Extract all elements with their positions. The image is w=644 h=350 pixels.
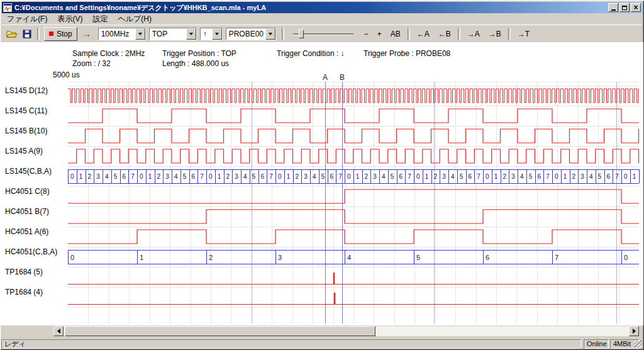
svg-text:3: 3 (373, 173, 377, 180)
chevron-down-icon[interactable] (265, 28, 275, 40)
svg-text:1: 1 (356, 173, 360, 180)
stop-button-label: Stop (57, 30, 72, 38)
svg-text:0: 0 (624, 254, 628, 261)
svg-text:7: 7 (269, 173, 273, 180)
prev-a-button[interactable]: ←A (413, 28, 434, 40)
svg-text:2: 2 (296, 173, 299, 180)
next-trigger-button[interactable]: →T (513, 28, 534, 40)
svg-text:3: 3 (165, 173, 169, 180)
channel-label-5: HC4051 C(8) (5, 186, 50, 196)
channel-label-9: TP1684 (5) (5, 267, 43, 277)
svg-text:5: 5 (321, 173, 325, 180)
stop-button[interactable]: Stop (44, 27, 77, 41)
svg-text:0: 0 (624, 173, 628, 180)
chevron-down-icon[interactable] (135, 28, 145, 40)
trigger-condition-info: Trigger Condition : ↓ (277, 49, 345, 58)
svg-text:7: 7 (477, 173, 480, 180)
close-icon: × (633, 4, 638, 11)
menu-item-view[interactable]: 表示(V) (52, 13, 87, 26)
svg-text:0: 0 (70, 254, 74, 261)
svg-text:4: 4 (174, 173, 178, 180)
svg-text:6: 6 (607, 173, 611, 180)
toolbar-separator (282, 28, 284, 40)
scrollbar-thumb[interactable] (65, 326, 375, 336)
waveform-canvas[interactable]: AB01234567012345670123456701234567012345… (0, 74, 644, 325)
channel-label-0: LS145 D(12) (5, 86, 48, 96)
combo-sample-clock[interactable]: 100MHz (98, 28, 146, 40)
horizontal-scrollbar[interactable] (53, 326, 639, 336)
svg-text:0: 0 (209, 173, 213, 180)
svg-text:2: 2 (88, 173, 92, 180)
svg-text:7: 7 (546, 173, 550, 180)
zoom-out-button[interactable]: − (360, 28, 373, 40)
minimize-button[interactable] (608, 3, 618, 12)
svg-text:A: A (323, 74, 328, 82)
svg-text:1: 1 (633, 173, 636, 180)
next-b-button[interactable]: →B (484, 28, 506, 40)
svg-text:3: 3 (442, 173, 446, 180)
scroll-left-button[interactable] (53, 326, 64, 336)
menu-item-help[interactable]: ヘルプ(H) (113, 13, 157, 26)
menu-bar: ファイル(F)表示(V)設定ヘルプ(H) (2, 13, 642, 25)
close-button[interactable]: × (631, 3, 641, 12)
chevron-down-icon[interactable] (186, 28, 196, 40)
prev-b-button[interactable]: ←B (434, 28, 455, 40)
ab-span-button[interactable]: AB (386, 28, 405, 40)
svg-text:6: 6 (192, 173, 196, 180)
save-button[interactable] (19, 27, 35, 41)
zoom-slider-thumb[interactable] (299, 30, 304, 38)
svg-text:0: 0 (70, 173, 74, 180)
combo-trigger-position[interactable]: TOP (149, 28, 197, 40)
svg-text:3: 3 (278, 254, 282, 261)
svg-text:5: 5 (391, 173, 394, 180)
svg-text:1: 1 (425, 173, 429, 180)
chevron-down-icon[interactable] (212, 28, 222, 40)
scroll-right-button[interactable] (629, 326, 639, 336)
svg-text:6: 6 (486, 254, 489, 261)
open-folder-icon (6, 30, 18, 38)
svg-text:5: 5 (114, 173, 118, 180)
resize-grip[interactable] (635, 341, 642, 348)
zoom-slider[interactable] (293, 28, 353, 40)
svg-text:0: 0 (555, 173, 558, 180)
menu-item-file[interactable]: ファイル(F) (2, 13, 52, 26)
svg-text:6: 6 (330, 173, 334, 180)
toolbar-separator (508, 28, 511, 40)
maximize-button[interactable] (619, 3, 630, 12)
open-button[interactable] (4, 27, 19, 41)
toolbar-separator (458, 28, 460, 40)
combo-probe[interactable]: PROBE00 (226, 28, 276, 40)
zoom-info: Zoom : / 32 (72, 59, 111, 68)
channel-label-2: LS145 B(10) (5, 126, 47, 136)
svg-text:4: 4 (105, 173, 109, 180)
svg-text:7: 7 (338, 173, 342, 180)
scrollbar-track[interactable] (64, 326, 629, 336)
next-a-button[interactable]: →A (463, 28, 484, 40)
run-button[interactable]: → (79, 27, 94, 41)
channel-label-1: LS145 C(11) (5, 106, 47, 116)
svg-text:2: 2 (503, 173, 507, 180)
channel-label-4: LS145(C,B,A) (5, 166, 52, 176)
svg-text:4: 4 (451, 173, 455, 180)
svg-text:7: 7 (615, 173, 619, 180)
svg-text:0: 0 (140, 173, 143, 180)
svg-text:6: 6 (399, 173, 403, 180)
toolbar: Stop → 100MHzTOP↑PROBE00 −+AB←A←B→A→B→T (2, 25, 642, 42)
svg-text:3: 3 (235, 173, 238, 180)
svg-text:2: 2 (434, 173, 438, 180)
menu-item-settings[interactable]: 設定 (87, 13, 113, 26)
app-icon (3, 3, 12, 12)
combo-trigger-position-value: TOP (150, 28, 186, 40)
combo-probe-value: PROBE00 (226, 28, 265, 40)
zoom-in-button[interactable]: + (373, 28, 386, 40)
combo-trigger-edge[interactable]: ↑ (200, 28, 223, 40)
svg-text:2: 2 (209, 254, 213, 261)
svg-text:1: 1 (218, 173, 221, 180)
svg-text:1: 1 (287, 173, 291, 180)
svg-text:3: 3 (511, 173, 515, 180)
svg-text:7: 7 (131, 173, 135, 180)
combo-trigger-edge-value: ↑ (201, 28, 212, 40)
channel-label-10: TP1684 (4) (5, 287, 43, 297)
channel-label-7: HC4051 A(6) (5, 227, 48, 237)
svg-text:1: 1 (148, 173, 152, 180)
